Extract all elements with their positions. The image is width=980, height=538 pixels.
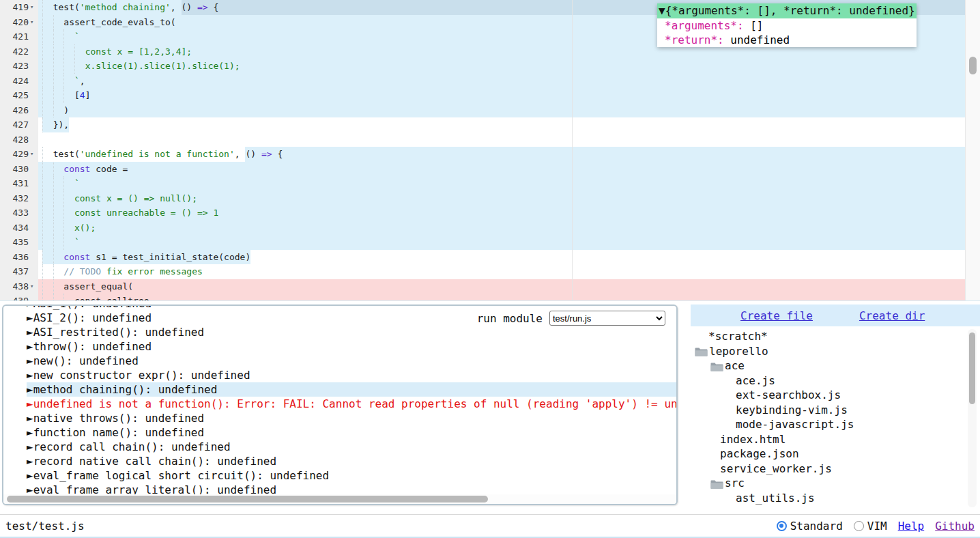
code-line[interactable]: 428 [0,132,980,147]
indent-guide [53,294,64,301]
tree-file-row[interactable]: keybinding-vim.js [691,403,980,418]
fold-icon[interactable]: ▾ [30,15,38,30]
editor-vertical-scrollbar[interactable] [965,0,980,301]
scrollbar-thumb[interactable] [969,57,977,74]
file-tree-panel: Create file Create dir *scratch*leporell… [691,305,980,509]
tree-folder-row[interactable]: ace [691,358,980,373]
tree-file-row[interactable]: ext-searchbox.js [691,388,980,403]
fold-icon[interactable]: ▾ [30,0,38,15]
tree-file-row[interactable]: service_worker.js [691,462,980,477]
keybinding-vim-option[interactable]: VIM [854,520,887,533]
test-result-row[interactable]: ►new constructor expr(): undefined [27,368,676,382]
tooltip-header[interactable]: ▼{*arguments*: [], *return*: undefined} [657,3,917,18]
code-line[interactable]: 427}), [0,117,980,132]
code-line[interactable]: 432const x = () => null(); [0,191,980,206]
tree-file-row[interactable]: package.json [691,447,980,462]
test-result-row[interactable]: ►undefined is not a function(): Error: F… [27,397,676,411]
run-module-select[interactable]: test/run.js [549,311,665,326]
radio-selected-icon[interactable] [777,521,787,531]
value-inspector-tooltip[interactable]: ▼{*arguments*: [], *return*: undefined} … [657,3,917,47]
line-number: 421 [0,29,30,44]
code-line[interactable]: 434x(); [0,221,980,236]
test-results-list: ►ASI_1(): undefined►ASI_2(): undefined►A… [3,305,676,497]
keybinding-standard-option[interactable]: Standard [777,520,843,533]
gutter-cell[interactable]: 429▾ [0,147,38,162]
run-module-control: run module test/run.js [477,311,665,326]
code-line[interactable]: 423x.slice(1).slice(1).slice(1); [0,59,980,74]
indent-guide [42,206,53,221]
code-line-text: const calltree = [38,294,980,301]
tree-file-row[interactable]: ace.js [691,373,980,388]
line-number: 425 [0,88,30,103]
test-result-row[interactable]: ►throw(): undefined [27,339,676,354]
radio-unselected-icon[interactable] [854,521,864,531]
tree-folder-row[interactable]: src [691,476,980,491]
indent-guide [42,59,53,74]
code-line[interactable]: 437// TODO fix error messages [0,264,980,279]
tree-item-label: ace.js [736,373,775,388]
test-results-panel: ►ASI_1(): undefined►ASI_2(): undefined►A… [2,305,678,505]
tree-file-row[interactable]: index.html [691,432,980,447]
indent-guide [53,264,64,279]
github-link[interactable]: Github [935,520,975,533]
indent-guide [42,264,53,279]
code-line[interactable]: 435` [0,235,980,250]
tooltip-key: *return*: [665,33,724,46]
line-number: 430 [0,162,30,177]
indent-guide [42,176,53,191]
fold-icon[interactable]: ▾ [30,279,38,294]
gutter-cell[interactable]: 419▾ [0,0,38,15]
app-root: 419▾test('method chaining', () => {420▾a… [0,0,980,538]
tree-file-row[interactable]: mode-javascript.js [691,417,980,432]
code-line[interactable]: 433const unreachable = () => 1 [0,206,980,221]
console-horizontal-scrollbar[interactable] [3,494,676,504]
tooltip-row[interactable]: *arguments*: [] [657,18,917,33]
tree-folder-row[interactable]: leporello [691,344,980,359]
create-dir-link[interactable]: Create dir [859,309,925,322]
code-editor[interactable]: 419▾test('method chaining', () => {420▾a… [0,0,980,301]
tooltip-row[interactable]: *return*: undefined [657,33,917,47]
test-result-row[interactable]: ►record native call chain(): undefined [27,454,676,468]
test-result-row[interactable]: ►ASI_restrited(): undefined [27,325,676,339]
test-result-row[interactable]: ►function name(): undefined [27,425,676,440]
fold-icon[interactable]: ▾ [30,147,38,162]
test-result-row[interactable]: ►method chaining(): undefined [27,382,676,397]
test-result-row[interactable]: ►record call chain(): undefined [27,440,676,454]
scrollbar-thumb[interactable] [969,332,975,404]
scrollbar-thumb[interactable] [7,496,488,502]
code-line[interactable]: 430const code = [0,162,980,177]
code-line-text: assert_equal( [38,279,980,294]
line-number: 429 [0,147,30,162]
code-line-text: x.slice(1).slice(1).slice(1); [38,59,980,74]
code-line[interactable]: 436const s1 = test_initial_state(code) [0,250,980,265]
test-result-row[interactable]: ►new(): undefined [27,354,676,368]
create-file-link[interactable]: Create file [740,309,813,322]
code-line-text: const s1 = test_initial_state(code) [38,250,980,265]
code-line-text [38,132,980,147]
code-line[interactable]: 439const calltree = [0,294,980,301]
test-result-row[interactable]: ►native throws(): undefined [27,411,676,425]
test-result-row[interactable]: ►eval_frame logical short circuit(): und… [27,468,676,483]
tree-file-row[interactable]: ast_utils.js [691,491,980,506]
gutter-cell: 439 [0,294,38,301]
line-number: 437 [0,264,30,279]
test-result-row[interactable]: ►ASI_1(): undefined [27,305,676,311]
help-link[interactable]: Help [898,520,925,533]
code-line[interactable]: 431` [0,176,980,191]
tree-vertical-scrollbar[interactable] [968,329,977,507]
indent-guide [63,221,74,236]
code-line[interactable]: 426) [0,103,980,118]
gutter-cell[interactable]: 420▾ [0,15,38,30]
gutter-cell: 428 [0,132,38,147]
code-line-text: }), [38,117,980,132]
code-line[interactable]: 425[4] [0,88,980,103]
tooltip-value: undefined [724,33,790,46]
code-line[interactable]: 424`, [0,74,980,89]
code-line[interactable]: 438▾assert_equal( [0,279,980,294]
tree-file-row[interactable]: *scratch* [691,329,980,344]
gutter-cell[interactable]: 438▾ [0,279,38,294]
indent-guide [53,44,64,59]
code-line[interactable]: 429▾test('undefined is not a function', … [0,147,980,162]
indent-guide [53,176,64,191]
radio-label: Standard [790,520,843,533]
